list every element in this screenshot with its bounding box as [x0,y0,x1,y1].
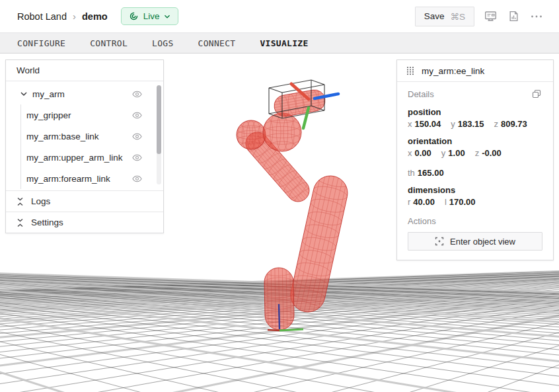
visibility-toggle[interactable] [131,153,143,163]
tree-item-label: my_arm:base_link [26,132,99,141]
live-status-dropdown[interactable]: Live [121,7,179,25]
save-button[interactable]: Save ⌘S [415,7,474,26]
app-window: Robot Land › demo Live Save ⌘S [0,0,559,54]
machine-report-button[interactable] [507,9,521,24]
visualize-canvas: World my_arm [0,54,559,392]
details-panel: my_arm:ee_link Details position x150. [396,59,554,260]
topbar-actions: Save ⌘S [415,7,544,26]
tree-item-base-link[interactable]: my_arm:base_link [21,126,163,147]
details-label: Details [408,89,434,99]
copy-details-button[interactable] [531,88,542,100]
tree-item-upper-arm-link[interactable]: my_arm:upper_arm_link [21,147,163,168]
tab-bar: CONFIGURE CONTROL LOGS CONNECT VISUALIZE [0,32,559,54]
ellipsis-icon [531,15,542,19]
section-title: position [408,107,542,117]
axis-value: -0.00 [482,148,502,158]
copy-icon [532,89,541,98]
chevron-down-icon [164,14,170,19]
visibility-toggle[interactable] [131,110,143,120]
visibility-toggle[interactable] [131,89,143,99]
axis-key: y [441,148,446,158]
topbar: Robot Land › demo Live Save ⌘S [0,0,559,32]
eye-icon [132,175,142,182]
tree-item-my-gripper[interactable]: my_gripper [21,104,163,126]
breadcrumb-robot-land[interactable]: Robot Land [17,11,67,22]
settings-section-label: Settings [31,217,63,227]
logs-section-label: Logs [31,196,50,206]
dim-value: 40.00 [413,197,435,207]
axis-key: x [408,119,412,129]
axis-value: 165.00 [418,168,444,178]
axis-key: z [475,148,480,158]
drag-handle-icon[interactable] [406,66,414,75]
position-section: position x150.04 y183.15 z809.73 [408,107,542,129]
live-label: Live [143,11,160,21]
tree-scrollbar [157,85,161,184]
live-spiral-icon [129,11,139,21]
dim-key: r [408,197,410,207]
collapse-vertical-icon [17,218,24,227]
dim-key: l [445,197,447,207]
collapse-vertical-icon [17,197,24,206]
tab-control[interactable]: CONTROL [90,38,128,48]
axis-value: 150.04 [415,119,441,129]
dimensions-section: dimensions r40.00 l170.00 [408,185,542,207]
axis-value: 0.00 [415,148,431,158]
world-panel: World my_arm [5,59,164,233]
axis-key: th [408,168,415,178]
eye-icon [132,91,142,98]
section-title: dimensions [408,185,542,195]
axis-value: 183.15 [458,119,484,129]
enter-object-view-button[interactable]: Enter object view [408,232,542,251]
settings-section-toggle[interactable]: Settings [6,212,163,233]
tab-connect[interactable]: CONNECT [198,38,236,48]
scrollbar-thumb[interactable] [157,85,161,154]
world-panel-title: World [17,65,40,75]
monitor-icon [484,11,497,22]
tab-logs[interactable]: LOGS [152,38,174,48]
breadcrumb-machine-name: demo [82,11,108,22]
tree-item-label: my_gripper [26,110,71,120]
save-shortcut: ⌘S [450,11,465,22]
save-label: Save [424,11,445,21]
tree-children: my_gripper my_arm:base_link [20,104,163,189]
axis-key: x [408,148,412,158]
section-title: orientation [408,136,542,146]
tab-visualize[interactable]: VISUALIZE [260,38,308,48]
eye-icon [132,133,142,140]
document-chart-icon [509,11,519,22]
dim-value: 170.00 [449,197,476,207]
tree-item-label: my_arm [32,89,65,99]
tree-item-label: my_arm:upper_arm_link [26,153,123,163]
world-tree: my_arm my_gripper [6,81,163,190]
actions-label: Actions [408,216,542,226]
remote-control-button[interactable] [482,9,499,24]
logs-section-toggle[interactable]: Logs [6,190,163,212]
orientation-section: orientation x0.00 y1.00 z-0.00 th165.00 [408,136,542,178]
more-menu-button[interactable] [529,13,544,20]
axis-key: z [494,119,499,129]
axis-key: y [451,119,455,129]
details-panel-header: my_arm:ee_link [397,60,553,82]
axis-value: 809.73 [501,119,527,129]
eye-icon [132,154,142,161]
breadcrumb-separator-icon: › [73,11,76,22]
enter-object-view-label: Enter object view [450,237,515,247]
eye-icon [132,112,142,119]
axis-value: 1.00 [448,148,465,158]
tree-item-forearm-link[interactable]: my_arm:forearm_link [21,168,163,189]
focus-icon [435,237,444,246]
tree-item-label: my_arm:forearm_link [26,174,110,184]
breadcrumb: Robot Land › demo [17,11,108,22]
chevron-down-icon [20,91,27,97]
world-panel-header: World [6,60,163,81]
tab-configure[interactable]: CONFIGURE [17,38,65,48]
details-panel-body: Details position x150.04 y183.15 z809.73 [397,82,553,260]
tree-item-my-arm[interactable]: my_arm [6,83,163,104]
visibility-toggle[interactable] [131,174,143,184]
visibility-toggle[interactable] [131,132,143,141]
selected-object-title: my_arm:ee_link [422,66,484,76]
